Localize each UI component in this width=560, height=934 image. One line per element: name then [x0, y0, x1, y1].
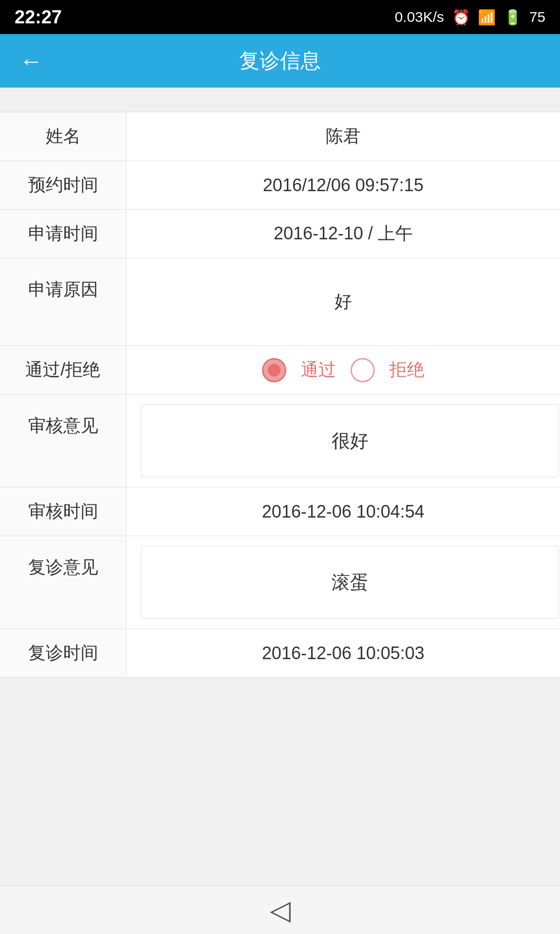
row-name: 姓名 陈君 — [0, 112, 560, 161]
label-apply-time: 申请时间 — [0, 210, 126, 258]
page-title: 复诊信息 — [239, 47, 321, 74]
value-appt-time: 2016/12/06 09:57:15 — [126, 161, 560, 209]
row-review-time: 审核时间 2016-12-06 10:04:54 — [0, 487, 560, 536]
label-revisit-comment: 复诊意见 — [0, 536, 126, 629]
label-apply-reason: 申请原因 — [0, 258, 126, 345]
status-time: 22:27 — [15, 7, 62, 28]
value-review-time: 2016-12-06 10:04:54 — [126, 487, 560, 536]
app-bar: ← 复诊信息 — [0, 34, 560, 88]
revisit-comment-input[interactable]: 滚蛋 — [141, 546, 559, 619]
row-revisit-comment: 复诊意见 滚蛋 — [0, 536, 560, 629]
back-button[interactable]: ← — [15, 43, 48, 79]
nav-back-icon[interactable]: ◁ — [270, 894, 291, 926]
radio-group: 通过 拒绝 — [262, 358, 424, 382]
value-review-comment: 很好 — [126, 395, 560, 487]
value-approval: 通过 拒绝 — [126, 346, 560, 394]
network-speed: 0.03K/s — [395, 9, 444, 25]
radio-reject[interactable] — [350, 358, 375, 382]
form-table: 姓名 陈君 预约时间 2016/12/06 09:57:15 申请时间 2016… — [0, 112, 560, 678]
row-approval: 通过/拒绝 通过 拒绝 — [0, 346, 560, 395]
radio-reject-label[interactable]: 拒绝 — [389, 358, 424, 382]
status-bar: 22:27 0.03K/s ⏰ 📶 🔋 75 — [0, 0, 560, 34]
label-appt-time: 预约时间 — [0, 161, 126, 209]
radio-approve-label[interactable]: 通过 — [301, 358, 336, 382]
bottom-nav: ◁ — [0, 885, 560, 934]
label-name: 姓名 — [0, 112, 126, 161]
row-apply-time: 申请时间 2016-12-10 / 上午 — [0, 210, 560, 258]
label-approval: 通过/拒绝 — [0, 346, 126, 394]
content-area: 姓名 陈君 预约时间 2016/12/06 09:57:15 申请时间 2016… — [0, 88, 560, 692]
battery-icon: 🔋 — [504, 9, 522, 26]
battery-level: 75 — [529, 9, 545, 25]
alarm-icon: ⏰ — [452, 9, 470, 26]
row-review-comment: 审核意见 很好 — [0, 395, 560, 487]
review-comment-input[interactable]: 很好 — [141, 404, 559, 477]
value-name: 陈君 — [126, 112, 560, 161]
value-apply-reason: 好 — [126, 258, 560, 345]
row-appt-time: 预约时间 2016/12/06 09:57:15 — [0, 161, 560, 210]
value-revisit-comment: 滚蛋 — [126, 536, 560, 629]
row-revisit-time: 复诊时间 2016-12-06 10:05:03 — [0, 629, 560, 678]
label-review-time: 审核时间 — [0, 487, 126, 536]
label-review-comment: 审核意见 — [0, 395, 126, 487]
status-right: 0.03K/s ⏰ 📶 🔋 75 — [395, 9, 545, 26]
signal-icon: 📶 — [478, 9, 496, 26]
row-apply-reason: 申请原因 好 — [0, 258, 560, 346]
value-apply-time: 2016-12-10 / 上午 — [126, 210, 560, 258]
label-revisit-time: 复诊时间 — [0, 629, 126, 677]
value-revisit-time: 2016-12-06 10:05:03 — [126, 629, 560, 677]
radio-approve[interactable] — [262, 358, 286, 382]
